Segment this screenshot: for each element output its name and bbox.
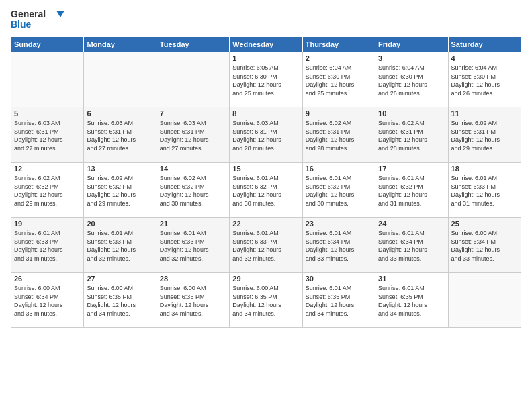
- calendar-cell: [448, 273, 521, 328]
- day-header-thursday: Thursday: [302, 37, 375, 52]
- calendar-cell: 29Sunrise: 6:00 AM Sunset: 6:35 PM Dayli…: [230, 273, 302, 328]
- calendar-cell: 12Sunrise: 6:02 AM Sunset: 6:32 PM Dayli…: [11, 163, 84, 218]
- calendar-week-row: 12Sunrise: 6:02 AM Sunset: 6:32 PM Dayli…: [11, 163, 521, 218]
- calendar-cell: [84, 52, 157, 107]
- day-info: Sunrise: 6:01 AM Sunset: 6:33 PM Dayligh…: [451, 174, 518, 208]
- day-info: Sunrise: 6:01 AM Sunset: 6:35 PM Dayligh…: [306, 284, 372, 318]
- calendar-cell: 21Sunrise: 6:01 AM Sunset: 6:33 PM Dayli…: [157, 218, 229, 273]
- day-info: Sunrise: 6:01 AM Sunset: 6:33 PM Dayligh…: [14, 229, 81, 263]
- day-number: 14: [160, 165, 226, 173]
- calendar-cell: 6Sunrise: 6:03 AM Sunset: 6:31 PM Daylig…: [84, 107, 157, 163]
- calendar-cell: 26Sunrise: 6:00 AM Sunset: 6:34 PM Dayli…: [11, 273, 84, 328]
- day-info: Sunrise: 6:03 AM Sunset: 6:31 PM Dayligh…: [232, 119, 299, 152]
- day-number: 29: [232, 275, 299, 283]
- calendar-cell: 2Sunrise: 6:04 AM Sunset: 6:30 PM Daylig…: [302, 52, 375, 107]
- day-number: 18: [451, 165, 518, 173]
- day-info: Sunrise: 6:00 AM Sunset: 6:35 PM Dayligh…: [160, 284, 226, 318]
- day-number: 12: [14, 165, 81, 173]
- day-number: 17: [378, 165, 445, 173]
- calendar-cell: [11, 52, 84, 107]
- calendar-cell: 20Sunrise: 6:01 AM Sunset: 6:33 PM Dayli…: [84, 218, 157, 273]
- calendar-cell: 11Sunrise: 6:02 AM Sunset: 6:31 PM Dayli…: [448, 107, 521, 163]
- day-number: 9: [306, 109, 372, 118]
- calendar-cell: 8Sunrise: 6:03 AM Sunset: 6:31 PM Daylig…: [230, 107, 302, 163]
- day-info: Sunrise: 6:02 AM Sunset: 6:32 PM Dayligh…: [160, 174, 226, 208]
- day-number: 28: [160, 275, 226, 283]
- svg-text:Blue: Blue: [11, 19, 32, 30]
- calendar-cell: 15Sunrise: 6:01 AM Sunset: 6:32 PM Dayli…: [230, 163, 302, 218]
- calendar-cell: 17Sunrise: 6:01 AM Sunset: 6:32 PM Dayli…: [375, 163, 448, 218]
- day-number: 3: [378, 54, 445, 62]
- calendar-cell: 23Sunrise: 6:01 AM Sunset: 6:34 PM Dayli…: [302, 218, 375, 273]
- day-number: 31: [378, 275, 445, 283]
- day-number: 7: [160, 109, 226, 118]
- day-number: 16: [306, 165, 372, 173]
- day-number: 26: [14, 275, 81, 283]
- day-info: Sunrise: 6:01 AM Sunset: 6:35 PM Dayligh…: [378, 284, 445, 318]
- day-number: 6: [87, 109, 153, 118]
- day-info: Sunrise: 6:01 AM Sunset: 6:32 PM Dayligh…: [306, 174, 372, 208]
- day-info: Sunrise: 6:00 AM Sunset: 6:35 PM Dayligh…: [87, 284, 153, 318]
- day-header-sunday: Sunday: [11, 37, 84, 52]
- logo: GeneralBlue: [11, 8, 71, 32]
- calendar-cell: 5Sunrise: 6:03 AM Sunset: 6:31 PM Daylig…: [11, 107, 84, 163]
- day-number: 24: [378, 220, 445, 228]
- day-number: 23: [306, 220, 372, 228]
- day-info: Sunrise: 6:01 AM Sunset: 6:32 PM Dayligh…: [378, 174, 445, 208]
- calendar-cell: 3Sunrise: 6:04 AM Sunset: 6:30 PM Daylig…: [375, 52, 448, 107]
- calendar-cell: 24Sunrise: 6:01 AM Sunset: 6:34 PM Dayli…: [375, 218, 448, 273]
- day-info: Sunrise: 6:00 AM Sunset: 6:34 PM Dayligh…: [14, 284, 81, 318]
- day-info: Sunrise: 6:03 AM Sunset: 6:31 PM Dayligh…: [14, 119, 81, 152]
- header: GeneralBlue: [11, 8, 521, 32]
- day-number: 8: [232, 109, 299, 118]
- day-info: Sunrise: 6:01 AM Sunset: 6:33 PM Dayligh…: [232, 229, 299, 263]
- calendar-cell: [157, 52, 229, 107]
- calendar-week-row: 19Sunrise: 6:01 AM Sunset: 6:33 PM Dayli…: [11, 218, 521, 273]
- day-number: 2: [306, 54, 372, 62]
- day-header-wednesday: Wednesday: [230, 37, 302, 52]
- calendar-cell: 16Sunrise: 6:01 AM Sunset: 6:32 PM Dayli…: [302, 163, 375, 218]
- calendar-cell: 13Sunrise: 6:02 AM Sunset: 6:32 PM Dayli…: [84, 163, 157, 218]
- day-info: Sunrise: 6:04 AM Sunset: 6:30 PM Dayligh…: [451, 64, 518, 97]
- calendar-week-row: 1Sunrise: 6:05 AM Sunset: 6:30 PM Daylig…: [11, 52, 521, 107]
- day-info: Sunrise: 6:02 AM Sunset: 6:31 PM Dayligh…: [378, 119, 445, 152]
- calendar-cell: 9Sunrise: 6:02 AM Sunset: 6:31 PM Daylig…: [302, 107, 375, 163]
- day-number: 13: [87, 165, 153, 173]
- day-number: 11: [451, 109, 518, 118]
- day-info: Sunrise: 6:01 AM Sunset: 6:32 PM Dayligh…: [232, 174, 299, 208]
- calendar-cell: 25Sunrise: 6:00 AM Sunset: 6:34 PM Dayli…: [448, 218, 521, 273]
- day-number: 15: [232, 165, 299, 173]
- day-info: Sunrise: 6:01 AM Sunset: 6:33 PM Dayligh…: [87, 229, 153, 263]
- day-number: 20: [87, 220, 153, 228]
- day-number: 22: [232, 220, 299, 228]
- svg-marker-0: [56, 11, 64, 17]
- day-number: 30: [306, 275, 372, 283]
- day-header-tuesday: Tuesday: [157, 37, 229, 52]
- day-info: Sunrise: 6:01 AM Sunset: 6:33 PM Dayligh…: [160, 229, 226, 263]
- day-info: Sunrise: 6:05 AM Sunset: 6:30 PM Dayligh…: [232, 64, 299, 97]
- calendar-cell: 27Sunrise: 6:00 AM Sunset: 6:35 PM Dayli…: [84, 273, 157, 328]
- svg-text:General: General: [11, 9, 46, 19]
- calendar-week-row: 26Sunrise: 6:00 AM Sunset: 6:34 PM Dayli…: [11, 273, 521, 328]
- day-number: 1: [232, 54, 299, 62]
- calendar-cell: 1Sunrise: 6:05 AM Sunset: 6:30 PM Daylig…: [230, 52, 302, 107]
- calendar-cell: 30Sunrise: 6:01 AM Sunset: 6:35 PM Dayli…: [302, 273, 375, 328]
- day-info: Sunrise: 6:02 AM Sunset: 6:32 PM Dayligh…: [14, 174, 81, 208]
- day-number: 5: [14, 109, 81, 118]
- day-number: 10: [378, 109, 445, 118]
- calendar-cell: 28Sunrise: 6:00 AM Sunset: 6:35 PM Dayli…: [157, 273, 229, 328]
- calendar-week-row: 5Sunrise: 6:03 AM Sunset: 6:31 PM Daylig…: [11, 107, 521, 163]
- day-info: Sunrise: 6:02 AM Sunset: 6:31 PM Dayligh…: [451, 119, 518, 152]
- day-info: Sunrise: 6:00 AM Sunset: 6:35 PM Dayligh…: [232, 284, 299, 318]
- day-info: Sunrise: 6:03 AM Sunset: 6:31 PM Dayligh…: [87, 119, 153, 152]
- day-number: 21: [160, 220, 226, 228]
- day-info: Sunrise: 6:02 AM Sunset: 6:31 PM Dayligh…: [306, 119, 372, 152]
- calendar-cell: 7Sunrise: 6:03 AM Sunset: 6:31 PM Daylig…: [157, 107, 229, 163]
- day-info: Sunrise: 6:04 AM Sunset: 6:30 PM Dayligh…: [378, 64, 445, 97]
- day-number: 4: [451, 54, 518, 62]
- calendar-cell: 10Sunrise: 6:02 AM Sunset: 6:31 PM Dayli…: [375, 107, 448, 163]
- main-container: GeneralBlue SundayMondayTuesdayWednesday…: [0, 0, 532, 333]
- day-info: Sunrise: 6:02 AM Sunset: 6:32 PM Dayligh…: [87, 174, 153, 208]
- day-header-saturday: Saturday: [448, 37, 521, 52]
- generalblue-logo: GeneralBlue: [11, 8, 71, 32]
